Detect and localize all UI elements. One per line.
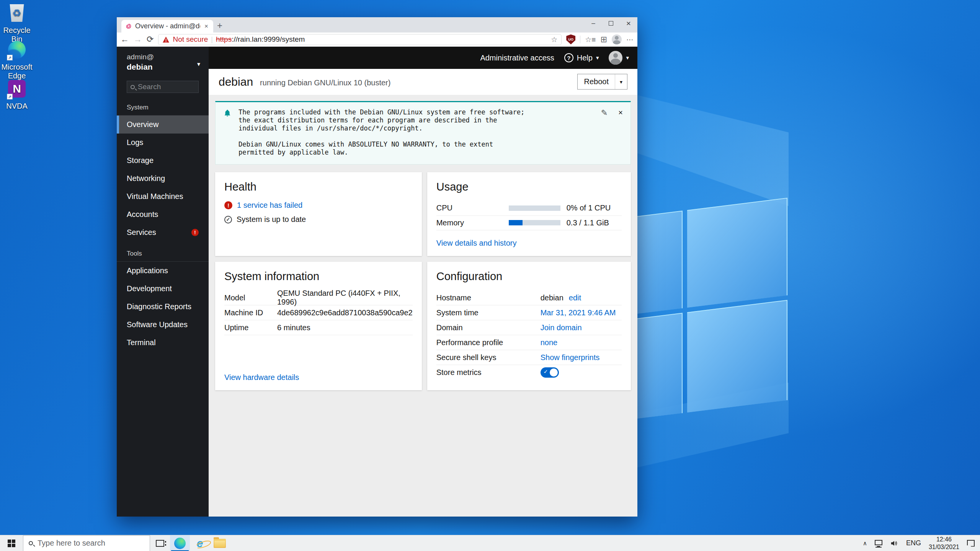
shortcut-arrow-icon: ↗ — [7, 55, 13, 60]
back-button[interactable]: ← — [121, 34, 129, 44]
taskbar-file-explorer-button[interactable] — [210, 535, 230, 551]
sidebar-item-label: Development — [127, 284, 172, 293]
usage-title: Usage — [436, 181, 622, 193]
edit-motd-icon[interactable]: ✎ — [601, 108, 608, 117]
nav-section-system: System — [117, 101, 209, 116]
forward-button[interactable]: → — [134, 34, 142, 44]
tab-close-icon[interactable]: × — [203, 23, 209, 30]
sidebar-item-label: Accounts — [127, 210, 158, 219]
sidebar-item-label: Software Updates — [127, 320, 188, 329]
store-metrics-toggle[interactable]: ✓ — [541, 367, 559, 378]
refresh-button[interactable]: ⟳ — [147, 34, 154, 44]
window-maximize-button[interactable] — [602, 17, 620, 29]
logo-pane — [687, 300, 787, 412]
session-menu[interactable]: ▾ — [609, 51, 629, 65]
reboot-label[interactable]: Reboot — [578, 74, 615, 89]
sidebar-item-networking[interactable]: Networking — [117, 170, 209, 187]
recycle-glyph: ♻ — [12, 7, 21, 19]
sidebar-item-diagnostic-reports[interactable]: Diagnostic Reports — [117, 298, 209, 316]
sidebar-item-development[interactable]: Development — [117, 280, 209, 298]
browser-profile-avatar[interactable] — [612, 34, 622, 44]
sidebar-item-overview[interactable]: Overview — [117, 116, 209, 134]
model-label: Model — [224, 293, 277, 302]
browser-toolbar: ← → ⟳ Not secure | https://rain.lan:9999… — [117, 33, 637, 47]
performance-profile-row: Performance profile none — [436, 335, 622, 350]
administrative-access-button[interactable]: Administrative access — [480, 54, 554, 62]
taskbar-edge-button[interactable] — [170, 535, 190, 551]
system-information-title: System information — [224, 270, 413, 283]
window-minimize-button[interactable]: – — [585, 17, 602, 29]
domain-row: Domain Join domain — [436, 320, 622, 335]
nav-section-tools: Tools — [117, 247, 209, 262]
search-input[interactable] — [138, 83, 195, 91]
chevron-down-icon: ▾ — [197, 60, 200, 68]
network-icon[interactable] — [875, 540, 882, 545]
sidebar-item-storage[interactable]: Storage — [117, 152, 209, 170]
store-metrics-row: Store metrics ✓ — [436, 365, 622, 380]
sidebar-item-software-updates[interactable]: Software Updates — [117, 316, 209, 334]
sidebar-item-logs[interactable]: Logs — [117, 134, 209, 152]
file-explorer-icon — [214, 539, 226, 548]
maximize-icon — [609, 21, 613, 26]
reboot-dropdown-toggle[interactable]: ▾ — [615, 74, 627, 89]
action-center-icon[interactable] — [967, 540, 975, 547]
taskbar-clock[interactable]: 12:46 31/03/2021 — [929, 536, 959, 551]
recycle-bin-icon: ♻ — [9, 4, 25, 22]
failed-service-link[interactable]: 1 service has failed — [237, 201, 302, 210]
language-indicator[interactable]: ENG — [906, 539, 921, 547]
cockpit-sidebar: admin@ debian ▾ System Overview Logs Sto… — [117, 47, 209, 517]
performance-profile-link[interactable]: none — [541, 338, 558, 347]
sidebar-item-accounts[interactable]: Accounts — [117, 205, 209, 223]
view-details-history-link[interactable]: View details and history — [436, 239, 622, 248]
url-text[interactable]: https://rain.lan:9999/system — [216, 35, 305, 44]
model-value: QEMU Standard PC (i440FX + PIIX, 1996) — [277, 289, 413, 306]
edit-hostname-link[interactable]: edit — [569, 293, 581, 302]
secure-shell-keys-row: Secure shell keys Show fingerprints — [436, 350, 622, 365]
sidebar-item-services[interactable]: Services ! — [117, 223, 209, 241]
not-secure-warning-icon — [162, 36, 170, 43]
view-hardware-details-link[interactable]: View hardware details — [224, 373, 413, 382]
memory-label: Memory — [436, 218, 509, 227]
task-view-button[interactable] — [150, 535, 170, 551]
tray-chevron-up-icon[interactable]: ∧ — [863, 540, 867, 547]
browser-menu-icon[interactable]: ⋯ — [626, 35, 634, 44]
sidebar-search[interactable] — [127, 81, 199, 93]
motd-line: individual files in /usr/share/doc/*/cop… — [238, 124, 594, 132]
machine-id-row: Machine ID 4de689962c9e6add8710038a590ca… — [224, 305, 413, 320]
host-switcher[interactable]: admin@ debian ▾ — [117, 47, 209, 75]
new-tab-button[interactable]: + — [217, 20, 222, 31]
sidebar-item-applications[interactable]: Applications — [117, 262, 209, 280]
memory-progress-bar — [509, 220, 560, 225]
dismiss-banner-icon[interactable]: × — [618, 108, 623, 117]
search-icon — [29, 541, 33, 545]
system-time-link[interactable]: Mar 31, 2021 9:46 AM — [541, 308, 616, 317]
sidebar-item-label: Overview — [127, 120, 158, 129]
favorites-bar-icon[interactable]: ☆≡ — [585, 35, 596, 44]
ublock-label: UO — [568, 37, 574, 41]
page-title: debian — [219, 75, 253, 88]
sidebar-item-terminal[interactable]: Terminal — [117, 334, 209, 352]
volume-icon[interactable] — [890, 540, 898, 547]
reboot-split-button[interactable]: Reboot ▾ — [577, 74, 627, 90]
secure-shell-keys-label: Secure shell keys — [436, 353, 541, 362]
collections-icon[interactable]: ⊞ — [600, 35, 607, 44]
not-secure-label[interactable]: Not secure — [173, 35, 208, 44]
sidebar-item-virtual-machines[interactable]: Virtual Machines — [117, 187, 209, 205]
help-menu[interactable]: ? Help ▾ — [564, 53, 599, 62]
start-button[interactable] — [0, 535, 23, 551]
browser-tab[interactable]: Overview - admin@debian × — [121, 20, 213, 33]
ublock-extension-icon[interactable]: UO — [566, 34, 575, 44]
address-bar[interactable]: Not secure | https://rain.lan:9999/syste… — [158, 34, 562, 45]
desktop-icon-recycle-bin[interactable]: ♻ Recycle Bin — [0, 3, 37, 44]
failed-service-icon: ! — [224, 201, 232, 209]
taskbar-search[interactable]: Type here to search — [23, 535, 150, 551]
desktop-icon-microsoft-edge[interactable]: ↗ Microsoft Edge — [0, 40, 37, 80]
add-favorite-icon[interactable]: ☆ — [551, 35, 557, 44]
desktop-icon-nvda[interactable]: N ↗ NVDA — [0, 79, 37, 111]
configuration-card: Configuration Hostname debian edit Syste… — [427, 262, 631, 390]
window-close-button[interactable]: × — [620, 17, 637, 29]
show-fingerprints-link[interactable]: Show fingerprints — [541, 353, 600, 362]
join-domain-link[interactable]: Join domain — [541, 323, 582, 332]
taskbar-internet-explorer-button[interactable]: e — [190, 535, 210, 551]
store-metrics-label: Store metrics — [436, 368, 541, 377]
